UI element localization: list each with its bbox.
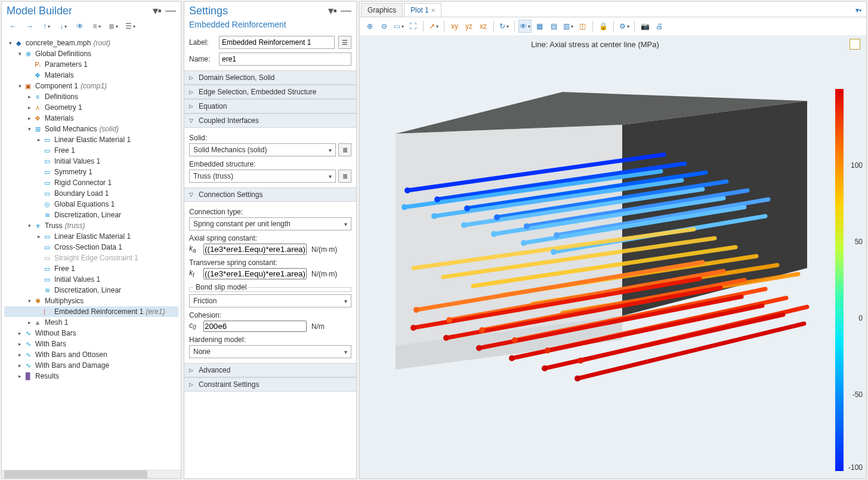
forward-icon[interactable]: → — [23, 20, 36, 33]
tree-item[interactable]: ≋Discretization, Linear — [4, 210, 178, 220]
label-input[interactable] — [219, 36, 335, 49]
tree-item[interactable]: ≋Discretization, Linear — [4, 285, 178, 296]
node-icon: ▭ — [42, 156, 52, 166]
tree-item[interactable]: ▾✱Multiphysics — [4, 296, 178, 306]
section-edge-selection[interactable]: ▷Edge Selection, Embedded Structure — [184, 85, 356, 99]
minimize-icon[interactable]: — — [341, 4, 351, 17]
tree-item[interactable]: ▸⋏Geometry 1 — [4, 102, 178, 113]
physics-link-icon[interactable]: ≣ — [338, 143, 351, 156]
tree-item[interactable]: ❖Materials — [4, 70, 178, 81]
close-icon[interactable]: × — [431, 7, 435, 14]
zoom-in-icon[interactable]: ⊕ — [363, 20, 376, 33]
up-icon[interactable]: ↑ — [40, 20, 53, 33]
name-input[interactable] — [219, 53, 351, 66]
down-icon[interactable]: ↓ — [57, 20, 70, 33]
tree-item[interactable]: ▸❖Materials — [4, 113, 178, 124]
axial-input[interactable] — [203, 244, 307, 255]
tree-item[interactable]: ▭Initial Values 1 — [4, 156, 178, 167]
section-coupled-interfaces[interactable]: ▽Coupled Interfaces — [184, 113, 356, 128]
panel-menu-icon[interactable]: ▾▪ — [153, 4, 162, 17]
horizontal-scrollbar[interactable] — [2, 470, 181, 478]
axis-xz-icon[interactable]: xz — [477, 20, 490, 33]
svg-point-41 — [431, 213, 437, 219]
scene-light-icon[interactable]: 👁 — [518, 20, 532, 33]
model-tree[interactable]: ▾◆concrete_beam.mph(root)▾⊕Global Defini… — [2, 36, 181, 470]
tree-item[interactable]: ▸≡Definitions — [4, 91, 178, 102]
rotate-icon[interactable]: ↻ — [498, 20, 511, 33]
bond-slip-select[interactable]: Friction — [189, 294, 351, 307]
minimize-icon[interactable]: — — [165, 4, 176, 17]
collapse-icon[interactable]: ≡ — [90, 20, 103, 33]
tree-item[interactable]: ▭Free 1 — [4, 145, 178, 156]
expand-icon[interactable]: ≣ — [107, 20, 120, 33]
tree-item[interactable]: ▭Straight Edge Constraint 1 — [4, 253, 178, 263]
graphics-toolbar: ⊕ ⊖ ▭ ⛶ ↗ xy yz xz ↻ 👁 ▦ ▤ ▥ ◫ 🔒 ⚙ 📷 🖨 — [360, 17, 866, 35]
axis-xy-icon[interactable]: xy — [448, 20, 461, 33]
tree-item[interactable]: ▾◆concrete_beam.mph(root) — [4, 38, 178, 48]
hardening-select[interactable]: None — [189, 345, 351, 358]
clip-icon[interactable]: ◫ — [576, 20, 589, 33]
model-builder-title-bar: Model Builder ▾▪ — — [2, 2, 181, 19]
lock-icon[interactable]: 🔒 — [597, 20, 610, 33]
tree-item[interactable]: ▸∿Without Bars — [4, 328, 178, 339]
transparency-icon[interactable]: ▦ — [533, 20, 546, 33]
section-domain-selection[interactable]: ▷Domain Selection, Solid — [184, 70, 356, 85]
zoom-box-icon[interactable]: ▭ — [392, 20, 405, 33]
show-icon[interactable]: 👁 — [73, 20, 87, 33]
hardening-label: Hardening model: — [189, 336, 351, 344]
print-icon[interactable]: 🖨 — [653, 20, 666, 33]
tree-item[interactable]: ▸▲Mesh 1 — [4, 317, 178, 328]
tree-item[interactable]: ▸▭Linear Elastic Material 1 — [4, 231, 178, 242]
zoom-extents-icon[interactable]: ⛶ — [406, 20, 419, 33]
connection-type-select[interactable]: Spring constant per unit length — [189, 217, 351, 230]
section-advanced[interactable]: ▷Advanced — [184, 363, 356, 377]
tree-item[interactable]: ▾⊕Global Definitions — [4, 48, 178, 59]
node-icon: ❖ — [33, 113, 42, 123]
wireframe-icon[interactable]: ▥ — [561, 20, 574, 33]
tree-item[interactable]: ▸∿With Bars — [4, 339, 178, 349]
legend-toggle-icon[interactable] — [850, 39, 860, 50]
view-xy-icon[interactable]: ↗ — [427, 20, 440, 33]
graphics-canvas[interactable]: Line: Axial stress at center line (MPa) — [360, 35, 866, 478]
tree-item[interactable]: ▭Symmetry 1 — [4, 167, 178, 177]
tree-item[interactable]: ▸∿With Bars and Damage — [4, 360, 178, 371]
cohesion-input[interactable] — [203, 321, 307, 332]
panel-menu-icon[interactable]: ▾▪ — [855, 6, 861, 14]
list-icon[interactable]: ☰ — [123, 20, 137, 33]
transverse-input[interactable] — [203, 268, 307, 279]
tree-item[interactable]: PᵢParameters 1 — [4, 59, 178, 70]
tree-item[interactable]: ▭Boundary Load 1 — [4, 188, 178, 199]
tree-item[interactable]: ⎸Embedded Reinforcement 1(ere1) — [4, 306, 178, 317]
transverse-label: Transverse spring constant: — [189, 259, 351, 267]
snapshot-icon[interactable]: 📷 — [638, 20, 651, 33]
tree-item[interactable]: ▭Free 1 — [4, 263, 178, 274]
zoom-out-icon[interactable]: ⊖ — [378, 20, 391, 33]
back-icon[interactable]: ← — [7, 20, 20, 33]
tree-item[interactable]: ▸▭Linear Elastic Material 1 — [4, 134, 178, 145]
panel-menu-icon[interactable]: ▾▪ — [328, 4, 337, 17]
settings-gear-icon[interactable]: ⚙ — [617, 20, 631, 33]
goto-source-icon[interactable]: ☰ — [338, 36, 351, 49]
section-constraint-settings[interactable]: ▷Constraint Settings — [184, 377, 356, 392]
tree-item[interactable]: ▾⌆Truss(truss) — [4, 220, 178, 231]
grid-icon[interactable]: ▤ — [547, 20, 560, 33]
tree-item[interactable]: ▾▣Component 1(comp1) — [4, 81, 178, 91]
tree-item[interactable]: ▸▉Results — [4, 371, 178, 381]
colorbar-tick: 0 — [858, 314, 863, 322]
solid-select[interactable]: Solid Mechanics (solid) — [189, 143, 336, 156]
tree-label: concrete_beam.mph — [26, 39, 91, 47]
tab-plot-1[interactable]: Plot 1× — [404, 3, 441, 17]
axis-yz-icon[interactable]: yz — [462, 20, 475, 33]
section-equation[interactable]: ▷Equation — [184, 99, 356, 113]
tree-item[interactable]: ▭Initial Values 1 — [4, 274, 178, 285]
tree-item[interactable]: ▸∿With Bars and Ottosen — [4, 349, 178, 360]
tree-item[interactable]: ▾⊞Solid Mechanics(solid) — [4, 124, 178, 134]
tree-item[interactable]: ▭Rigid Connector 1 — [4, 177, 178, 188]
node-icon: ▉ — [23, 371, 33, 381]
embedded-select[interactable]: Truss (truss) — [189, 170, 336, 183]
section-connection-settings[interactable]: ▽Connection Settings — [184, 187, 356, 202]
tree-item[interactable]: ▭Cross-Section Data 1 — [4, 242, 178, 253]
tab-graphics[interactable]: Graphics — [361, 3, 403, 17]
physics-link-icon[interactable]: ≣ — [338, 170, 351, 183]
tree-item[interactable]: ◎Global Equations 1 — [4, 199, 178, 210]
